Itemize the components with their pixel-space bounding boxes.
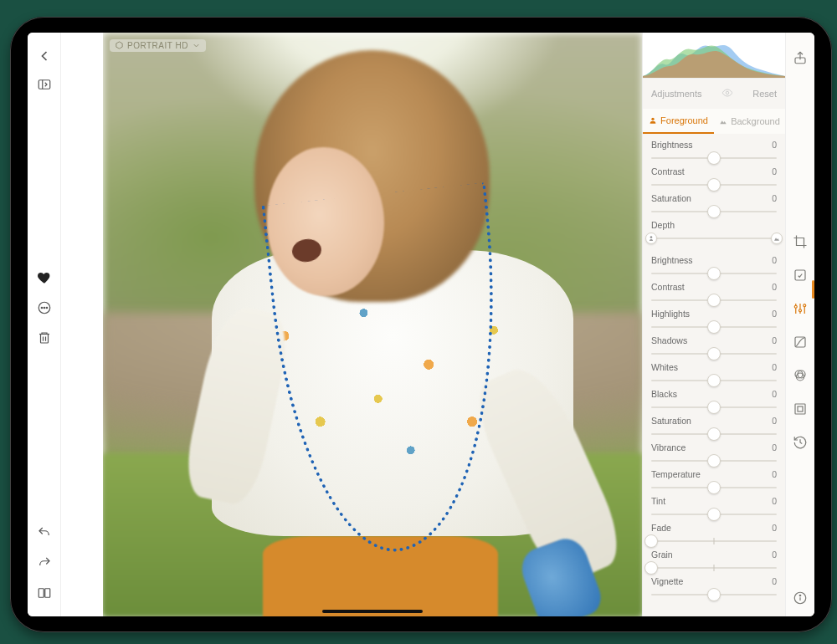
slider-knob[interactable] xyxy=(707,401,721,414)
slider-value: 0 xyxy=(772,335,777,345)
redo-button[interactable] xyxy=(34,553,54,573)
color-tool-icon[interactable] xyxy=(790,365,810,386)
delete-button[interactable] xyxy=(34,328,54,348)
slider-value: 0 xyxy=(772,469,777,479)
svg-point-12 xyxy=(651,118,654,120)
slider-knob[interactable] xyxy=(707,481,721,494)
slider-value: 0 xyxy=(772,576,777,586)
thumbnail-strip xyxy=(61,33,103,616)
panel-title: Adjustments xyxy=(651,89,702,99)
slider-grain: Grain0 xyxy=(643,547,785,574)
slider-track[interactable] xyxy=(651,321,777,333)
slider-value: 0 xyxy=(772,193,777,203)
slider-knob[interactable] xyxy=(707,320,721,334)
svg-point-25 xyxy=(797,373,804,381)
active-tool-indicator xyxy=(812,280,814,299)
slider-track[interactable] xyxy=(651,455,777,467)
svg-rect-0 xyxy=(39,80,50,89)
more-button[interactable] xyxy=(34,298,54,318)
depth-start-knob[interactable] xyxy=(645,233,657,244)
slider-knob[interactable] xyxy=(644,534,658,548)
depth-end-knob[interactable] xyxy=(771,233,783,244)
slider-track[interactable] xyxy=(651,375,777,386)
slider-knob[interactable] xyxy=(707,205,721,218)
slider-knob[interactable] xyxy=(707,374,721,387)
svg-rect-26 xyxy=(795,404,805,414)
svg-point-11 xyxy=(726,91,729,95)
slider-value: 0 xyxy=(772,389,777,399)
svg-point-4 xyxy=(44,307,45,309)
slider-track[interactable] xyxy=(651,268,777,279)
slider-depth: Depth xyxy=(643,217,785,244)
slider-track[interactable] xyxy=(651,401,777,413)
slider-name: Shadows xyxy=(651,335,687,345)
slider-name: Grain xyxy=(651,549,673,560)
canvas: PORTRAIT HD xyxy=(103,33,642,616)
presets-tool-icon[interactable] xyxy=(790,265,810,285)
slider-track[interactable] xyxy=(651,206,777,217)
slider-track[interactable] xyxy=(651,482,777,493)
back-button[interactable] xyxy=(34,46,54,66)
curves-tool-icon[interactable] xyxy=(790,332,810,352)
undo-button[interactable] xyxy=(34,523,54,543)
histogram xyxy=(643,33,785,79)
frame-tool-icon[interactable] xyxy=(790,399,810,419)
slider-knob[interactable] xyxy=(707,454,721,468)
slider-name: Depth xyxy=(651,220,675,230)
slider-knob[interactable] xyxy=(707,508,721,521)
slider-knob[interactable] xyxy=(707,427,721,441)
visibility-toggle-icon[interactable] xyxy=(721,87,733,100)
slider-value: 0 xyxy=(772,442,777,452)
slider-track[interactable] xyxy=(651,233,777,244)
slider-track[interactable] xyxy=(651,562,777,574)
crop-tool-icon[interactable] xyxy=(790,232,810,252)
slider-value: 0 xyxy=(772,255,777,265)
slider-track[interactable] xyxy=(651,509,777,520)
info-button[interactable] xyxy=(790,588,810,608)
slider-value: 0 xyxy=(772,140,777,150)
slider-value: 0 xyxy=(772,549,777,560)
slider-track[interactable] xyxy=(651,294,777,306)
slider-highlights: Highlights0 xyxy=(643,306,785,333)
reset-button[interactable]: Reset xyxy=(752,89,777,99)
compare-button[interactable] xyxy=(34,583,54,603)
slider-value: 0 xyxy=(772,523,777,533)
slider-knob[interactable] xyxy=(707,588,721,601)
slider-track[interactable] xyxy=(651,428,777,440)
svg-rect-10 xyxy=(44,589,49,598)
sidebar-toggle-icon[interactable] xyxy=(36,76,53,93)
slider-knob[interactable] xyxy=(707,151,721,165)
svg-point-13 xyxy=(650,236,653,238)
tab-foreground-label: Foreground xyxy=(660,115,708,125)
slider-name: Brightness xyxy=(651,140,693,150)
slider-knob[interactable] xyxy=(707,347,721,360)
adjust-tool-icon[interactable] xyxy=(790,299,810,319)
slider-value: 0 xyxy=(772,496,777,506)
slider-track[interactable] xyxy=(651,348,777,360)
slider-temperature: Temperature0 xyxy=(643,467,785,493)
slider-shadows: Shadows0 xyxy=(643,333,785,360)
share-button[interactable] xyxy=(790,48,810,68)
slider-vibrance: Vibrance0 xyxy=(643,440,785,467)
slider-name: Fade xyxy=(651,523,671,533)
slider-name: Saturation xyxy=(651,416,691,426)
slider-track[interactable] xyxy=(651,535,777,547)
svg-rect-15 xyxy=(795,270,805,280)
svg-rect-27 xyxy=(798,406,803,411)
portrait-hd-badge[interactable]: PORTRAIT HD xyxy=(110,39,206,52)
slider-knob[interactable] xyxy=(707,267,721,280)
history-tool-icon[interactable] xyxy=(790,432,810,452)
slider-knob[interactable] xyxy=(644,561,658,575)
slider-knob[interactable] xyxy=(707,294,721,307)
slider-track[interactable] xyxy=(651,589,777,601)
slider-name: Whites xyxy=(651,362,678,372)
tab-background[interactable]: Background xyxy=(714,109,785,134)
slider-track[interactable] xyxy=(651,179,777,191)
favorite-button[interactable] xyxy=(34,268,54,288)
badge-label: PORTRAIT HD xyxy=(127,41,188,50)
slider-track[interactable] xyxy=(651,152,777,164)
right-toolbar xyxy=(785,33,814,616)
photo-preview[interactable]: PORTRAIT HD xyxy=(103,33,642,616)
tab-foreground[interactable]: Foreground xyxy=(643,109,714,134)
slider-knob[interactable] xyxy=(707,178,721,192)
